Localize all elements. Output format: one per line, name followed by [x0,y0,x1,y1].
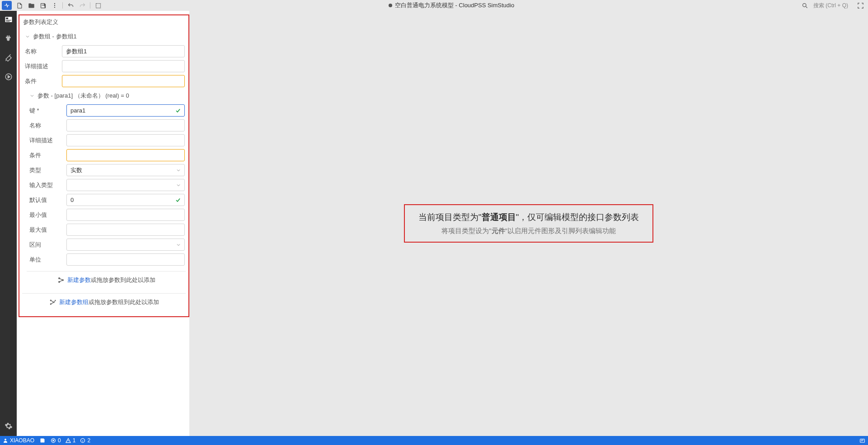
check-icon [175,108,181,114]
param-header-label: 参数 - [para1] （未命名） (real) = 0 [38,92,129,100]
notice-line2: 将项目类型设为"元件"以启用元件图形及引脚列表编辑功能 [418,227,639,235]
status-bar: XIAOBAO 0 1 2 [0,436,868,445]
group-cond-label: 条件 [22,77,62,85]
pdesc-label: 详细描述 [27,136,66,145]
main-area: 当前项目类型为"普通项目"，仅可编辑模型的接口参数列表 将项目类型设为"元件"以… [189,11,868,436]
svg-rect-6 [6,18,8,19]
group-name-input[interactable] [62,45,185,57]
svg-rect-7 [6,20,11,20]
min-label: 最小值 [27,211,66,219]
pdesc-input[interactable] [66,134,185,146]
search-placeholder[interactable]: 搜索 (Ctrl + Q) [813,2,848,9]
open-file-button[interactable] [25,0,37,10]
info-icon [80,438,85,443]
rail-settings-button[interactable] [3,421,14,431]
param-header[interactable]: 参数 - [para1] （未命名） (real) = 0 [27,89,186,103]
svg-point-0 [54,3,55,4]
status-user-label: XIAOBAO [10,437,34,444]
key-input[interactable] [66,104,185,117]
add-param-link[interactable]: 新建参数 [67,276,91,283]
svg-point-17 [5,439,6,440]
notice-box: 当前项目类型为"普通项目"，仅可编辑模型的接口参数列表 将项目类型设为"元件"以… [404,204,654,243]
svg-point-16 [55,300,56,301]
pname-input[interactable] [66,119,185,131]
warning-icon [66,438,71,443]
unit-input[interactable] [66,253,185,266]
toolbar-separator [90,2,90,9]
toolbar-left [2,0,104,10]
svg-rect-8 [6,21,9,22]
min-input[interactable] [66,209,185,221]
rail-tools-button[interactable] [3,52,14,63]
svg-point-4 [802,3,806,7]
key-label: 键 * [27,107,66,115]
toolbar-separator [62,2,63,9]
max-label: 最大值 [27,226,66,234]
group-header-label: 参数组 - 参数组1 [33,33,77,41]
group-desc-input[interactable] [62,60,185,72]
info-count: 2 [87,437,90,444]
top-toolbar: 空白普通电力系统模型 - CloudPSS SimStudio 搜索 (Ctrl… [0,0,868,11]
title-area: 空白普通电力系统模型 - CloudPSS SimStudio [104,1,799,9]
pcond-label: 条件 [27,151,66,159]
form-panel: 参数列表定义 参数组 - 参数组1 名称 详细描述 条件 [17,11,189,436]
chevron-down-icon [25,34,30,39]
add-param-icon [57,276,65,284]
default-input[interactable] [66,194,185,206]
left-rail [0,11,17,436]
search-button[interactable] [799,0,811,10]
interval-label: 区间 [27,241,66,249]
panel-title: 参数列表定义 [22,16,186,30]
unit-label: 单位 [27,256,66,264]
app-title: 空白普通电力系统模型 - CloudPSS SimStudio [395,1,514,9]
add-group-suffix: 或拖放参数组到此处以添加 [89,299,159,305]
add-group-link[interactable]: 新建参数组 [59,299,89,305]
undo-button[interactable] [65,0,76,10]
pname-label: 名称 [27,122,66,130]
notice-line1: 当前项目类型为"普通项目"，仅可编辑模型的接口参数列表 [418,211,639,223]
group-header[interactable]: 参数组 - 参数组1 [22,30,186,43]
interval-select[interactable] [66,239,185,251]
add-group-row[interactable]: 新建参数组或拖放参数组到此处以添加 [22,293,186,311]
save-button[interactable] [37,0,49,10]
new-file-button[interactable] [14,0,25,10]
redo-button[interactable] [76,0,88,10]
svg-point-2 [54,7,55,8]
unsaved-dot-icon [389,4,392,7]
inputtype-select[interactable] [66,179,185,191]
status-notify-button[interactable] [859,438,865,444]
pcond-input[interactable] [66,149,185,161]
svg-point-1 [54,5,55,6]
chevron-down-icon [29,93,35,98]
group-cond-input[interactable] [62,75,185,87]
selection-tool-button[interactable] [92,0,104,10]
add-group-icon [49,299,56,306]
inputtype-label: 输入类型 [27,181,66,189]
type-select[interactable] [66,164,185,176]
group-desc-label: 详细描述 [22,62,62,70]
group-name-label: 名称 [22,47,62,56]
more-menu-button[interactable] [49,0,61,10]
check-icon [175,197,181,203]
fullscreen-button[interactable] [854,0,866,10]
max-input[interactable] [66,224,185,236]
rail-plugin-button[interactable] [3,33,14,44]
status-user[interactable]: XIAOBAO [3,437,34,444]
default-label: 默认值 [27,196,66,204]
error-count: 0 [58,437,61,444]
svg-rect-3 [96,3,100,8]
type-label: 类型 [27,166,66,174]
add-param-row[interactable]: 新建参数或拖放参数到此处以添加 [27,271,186,289]
status-problems[interactable]: 0 1 2 [51,437,90,444]
toolbar-right: 搜索 (Ctrl + Q) [799,0,866,10]
main-shell: 参数列表定义 参数组 - 参数组1 名称 详细描述 条件 [0,11,868,436]
warning-count: 1 [73,437,76,444]
error-icon [51,438,56,443]
add-param-suffix: 或拖放参数到此处以添加 [91,276,155,283]
app-logo-icon[interactable] [2,1,12,10]
status-save-indicator[interactable] [40,438,45,443]
rail-play-button[interactable] [3,71,14,82]
rail-overview-button[interactable] [3,14,14,25]
form-panel-wrap: 参数列表定义 参数组 - 参数组1 名称 详细描述 条件 [19,14,189,317]
